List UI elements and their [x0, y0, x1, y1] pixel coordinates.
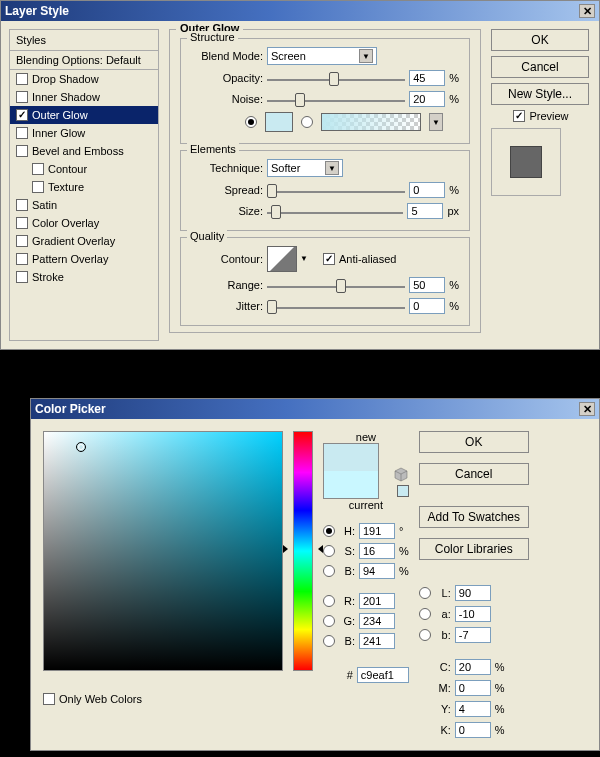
cp-cancel-button[interactable]: Cancel [419, 463, 529, 485]
h-input[interactable] [359, 523, 395, 539]
styles-item-contour[interactable]: Contour [10, 160, 158, 178]
cube-icon[interactable] [393, 467, 409, 483]
bb-radio[interactable] [323, 635, 335, 647]
s-input[interactable] [359, 543, 395, 559]
styles-item-satin[interactable]: Satin [10, 196, 158, 214]
s-radio[interactable] [323, 545, 335, 557]
h-radio[interactable] [323, 525, 335, 537]
anti-aliased-checkbox[interactable] [323, 253, 335, 265]
new-style-button[interactable]: New Style... [491, 83, 589, 105]
a-radio[interactable] [419, 608, 431, 620]
r-input[interactable] [359, 593, 395, 609]
spread-input[interactable] [409, 182, 445, 198]
spread-slider[interactable] [267, 183, 405, 197]
m-input[interactable] [455, 680, 491, 696]
b-radio[interactable] [323, 565, 335, 577]
b-unit: % [399, 565, 409, 577]
opacity-slider[interactable] [267, 71, 405, 85]
gradient-radio[interactable] [301, 116, 313, 128]
l-input[interactable] [455, 585, 491, 601]
preview-checkbox[interactable] [513, 110, 525, 122]
opacity-label: Opacity: [191, 72, 263, 84]
styles-item-stroke[interactable]: Stroke [10, 268, 158, 286]
checkbox-icon[interactable] [32, 163, 44, 175]
blending-options-row[interactable]: Blending Options: Default [10, 51, 158, 70]
noise-input[interactable] [409, 91, 445, 107]
small-swatch[interactable] [397, 485, 409, 497]
styles-item-gradient-overlay[interactable]: Gradient Overlay [10, 232, 158, 250]
close-icon[interactable]: ✕ [579, 4, 595, 18]
styles-item-label: Stroke [32, 271, 64, 283]
layer-style-titlebar[interactable]: Layer Style ✕ [1, 1, 599, 21]
checkbox-icon[interactable] [16, 73, 28, 85]
color-picker-titlebar[interactable]: Color Picker ✕ [31, 399, 599, 419]
range-slider[interactable] [267, 278, 405, 292]
chevron-down-icon[interactable]: ▼ [429, 113, 443, 131]
technique-combo[interactable]: Softer ▼ [267, 159, 343, 177]
g-input[interactable] [359, 613, 395, 629]
glow-color-swatch[interactable] [265, 112, 293, 132]
styles-item-bevel-and-emboss[interactable]: Bevel and Emboss [10, 142, 158, 160]
styles-item-color-overlay[interactable]: Color Overlay [10, 214, 158, 232]
checkbox-icon[interactable] [16, 91, 28, 103]
checkbox-icon[interactable] [16, 109, 28, 121]
styles-item-outer-glow[interactable]: Outer Glow [10, 106, 158, 124]
hex-label: # [337, 669, 353, 681]
color-field[interactable] [43, 431, 283, 671]
jitter-input[interactable] [409, 298, 445, 314]
styles-item-pattern-overlay[interactable]: Pattern Overlay [10, 250, 158, 268]
noise-slider[interactable] [267, 92, 405, 106]
r-radio[interactable] [323, 595, 335, 607]
contour-picker[interactable]: ▼ [267, 246, 297, 272]
checkbox-icon[interactable] [16, 235, 28, 247]
checkbox-icon[interactable] [16, 145, 28, 157]
b-input[interactable] [359, 563, 395, 579]
jitter-label: Jitter: [191, 300, 263, 312]
hue-slider[interactable] [293, 431, 313, 671]
styles-item-drop-shadow[interactable]: Drop Shadow [10, 70, 158, 88]
a-input[interactable] [455, 606, 491, 622]
checkbox-icon[interactable] [16, 271, 28, 283]
checkbox-icon[interactable] [16, 253, 28, 265]
y-label: Y: [435, 703, 451, 715]
b-label: B: [339, 565, 355, 577]
b2-radio[interactable] [419, 629, 431, 641]
checkbox-icon[interactable] [16, 217, 28, 229]
close-icon[interactable]: ✕ [579, 402, 595, 416]
l-radio[interactable] [419, 587, 431, 599]
structure-title: Structure [187, 31, 238, 43]
styles-header[interactable]: Styles [10, 30, 158, 51]
blend-mode-combo[interactable]: Screen ▼ [267, 47, 377, 65]
checkbox-icon[interactable] [32, 181, 44, 193]
hex-input[interactable] [357, 667, 409, 683]
checkbox-icon[interactable] [16, 199, 28, 211]
cancel-button[interactable]: Cancel [491, 56, 589, 78]
ok-button[interactable]: OK [491, 29, 589, 51]
checkbox-icon[interactable] [16, 127, 28, 139]
jitter-slider[interactable] [267, 299, 405, 313]
b2-input[interactable] [455, 627, 491, 643]
k-input[interactable] [455, 722, 491, 738]
color-picker-window: Color Picker ✕ Only Web Colors new curre… [30, 398, 600, 751]
cp-ok-button[interactable]: OK [419, 431, 529, 453]
styles-item-inner-glow[interactable]: Inner Glow [10, 124, 158, 142]
g-radio[interactable] [323, 615, 335, 627]
c-input[interactable] [455, 659, 491, 675]
layer-style-title: Layer Style [5, 4, 69, 18]
only-web-colors-checkbox[interactable] [43, 693, 55, 705]
size-input[interactable] [407, 203, 443, 219]
opacity-input[interactable] [409, 70, 445, 86]
b2-label: b: [435, 629, 451, 641]
size-slider[interactable] [267, 204, 403, 218]
gradient-swatch[interactable] [321, 113, 421, 131]
range-input[interactable] [409, 277, 445, 293]
styles-item-texture[interactable]: Texture [10, 178, 158, 196]
new-current-swatch[interactable] [323, 443, 379, 499]
color-libraries-button[interactable]: Color Libraries [419, 538, 529, 560]
add-swatches-button[interactable]: Add To Swatches [419, 506, 529, 528]
r-label: R: [339, 595, 355, 607]
styles-item-inner-shadow[interactable]: Inner Shadow [10, 88, 158, 106]
y-input[interactable] [455, 701, 491, 717]
color-radio[interactable] [245, 116, 257, 128]
bb-input[interactable] [359, 633, 395, 649]
